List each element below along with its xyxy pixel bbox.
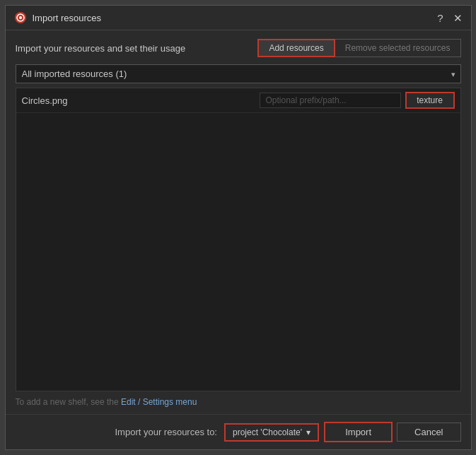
svg-point-2	[19, 16, 22, 19]
resource-filename: Circles.png	[22, 95, 260, 106]
hint-text: To add a new shelf, see the	[16, 397, 119, 407]
resource-prefix-input[interactable]	[260, 93, 401, 108]
hint-link[interactable]: Edit / Settings menu	[121, 397, 197, 407]
title-bar: Import resources ? ✕	[6, 6, 471, 30]
help-button[interactable]: ?	[437, 13, 443, 23]
bottom-hint: To add a new shelf, see the Edit / Setti…	[16, 397, 461, 407]
title-bar-left: Import resources	[14, 11, 102, 24]
toolbar-label: Import your resources and set their usag…	[16, 43, 186, 54]
add-resources-button[interactable]: Add resources	[257, 39, 335, 57]
dialog-footer: Import your resources to: project 'Choco…	[6, 414, 471, 449]
filter-dropdown[interactable]: All imported resources (1)	[16, 64, 461, 83]
app-logo-icon	[14, 11, 27, 24]
import-resources-dialog: Import resources ? ✕ Import your resourc…	[5, 5, 472, 450]
resource-type-button[interactable]: texture	[405, 92, 455, 109]
toolbar-buttons: Add resources Remove selected resources	[257, 39, 460, 57]
cancel-button[interactable]: Cancel	[397, 422, 460, 442]
title-bar-actions: ? ✕	[437, 13, 462, 23]
filter-dropdown-row: All imported resources (1)	[16, 64, 461, 83]
import-button[interactable]: Import	[324, 422, 393, 442]
remove-resources-button[interactable]: Remove selected resources	[335, 39, 461, 57]
import-to-chevron-icon	[306, 427, 310, 437]
import-to-dropdown[interactable]: project 'Chocolate'	[224, 423, 319, 442]
top-toolbar: Import your resources and set their usag…	[16, 39, 461, 57]
import-to-value: project 'Chocolate'	[233, 427, 302, 437]
import-to-label: Import your resources to:	[115, 427, 217, 437]
dialog-title: Import resources	[33, 13, 102, 23]
close-button[interactable]: ✕	[453, 13, 463, 23]
resource-list: Circles.png texture	[16, 88, 461, 391]
dialog-body: Import your resources and set their usag…	[6, 30, 471, 414]
resource-item: Circles.png texture	[16, 88, 460, 113]
